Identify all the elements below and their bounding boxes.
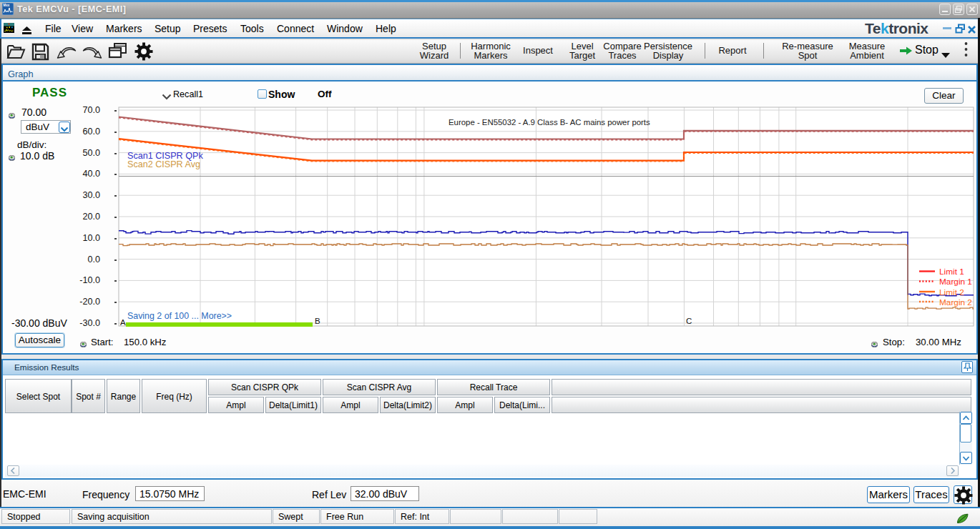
svg-text:Margin 1: Margin 1 xyxy=(939,277,972,287)
svg-text:Scan2 CISPR Avg: Scan2 CISPR Avg xyxy=(127,159,200,169)
svg-text:C: C xyxy=(686,317,692,325)
svg-text:B: B xyxy=(315,317,320,325)
svg-text:Limit 2: Limit 2 xyxy=(939,287,964,297)
svg-text:Margin 2: Margin 2 xyxy=(939,297,972,307)
svg-text:A: A xyxy=(120,318,126,327)
svg-text:Limit 1: Limit 1 xyxy=(939,267,964,277)
svg-text:Europe - EN55032 - A.9 Class B: Europe - EN55032 - A.9 Class B- AC mains… xyxy=(449,118,650,127)
svg-text:Saving 2 of 100 ... More>>: Saving 2 of 100 ... More>> xyxy=(127,311,232,321)
